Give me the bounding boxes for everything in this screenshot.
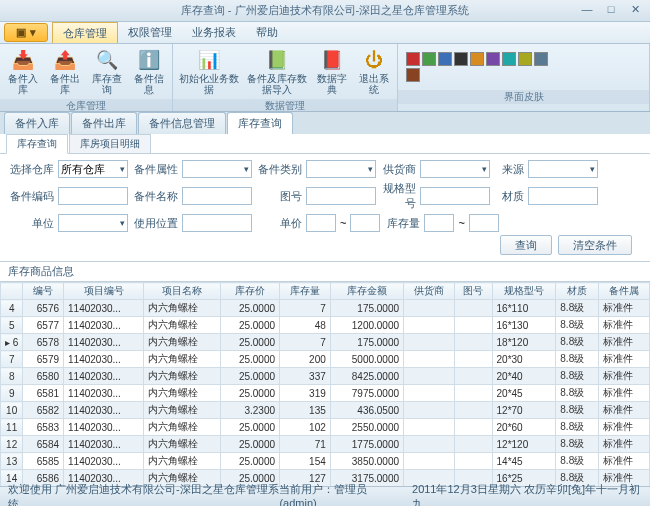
doc-tab-1[interactable]: 备件出库 (71, 112, 137, 134)
maximize-icon[interactable]: □ (600, 2, 622, 16)
col-header-8[interactable]: 图号 (454, 283, 492, 300)
input-name[interactable] (182, 187, 252, 205)
ribbon-label: 备件信息 (130, 73, 168, 95)
col-header-4[interactable]: 库存价 (221, 283, 280, 300)
select-source[interactable] (528, 160, 598, 178)
menu-0[interactable]: 仓库管理 (52, 22, 118, 43)
ribbon-icon: 📤 (53, 48, 77, 72)
menu-2[interactable]: 业务报表 (182, 22, 246, 43)
doc-tab-2[interactable]: 备件信息管理 (138, 112, 226, 134)
label-location: 使用位置 (132, 216, 178, 231)
doc-tab-0[interactable]: 备件入库 (4, 112, 70, 134)
ribbon-btn-0-2[interactable]: 🔍库存查询 (86, 46, 128, 97)
ribbon-btn-1-2[interactable]: 📕数据字典 (311, 46, 353, 97)
skin-swatch-9[interactable] (406, 68, 420, 82)
input-spec[interactable] (420, 187, 490, 205)
skin-swatch-4[interactable] (470, 52, 484, 66)
menu-3[interactable]: 帮助 (246, 22, 288, 43)
select-category[interactable] (306, 160, 376, 178)
skin-swatch-7[interactable] (518, 52, 532, 66)
select-attr[interactable] (182, 160, 252, 178)
ribbon-icon: ℹ️ (137, 48, 161, 72)
ribbon-label: 库存查询 (88, 73, 126, 95)
statusbar: 欢迎使用 广州爱启迪技术有限公司-深田之星仓库管理系统 当前用户：管理员(adm… (0, 486, 650, 506)
ribbon-btn-1-3[interactable]: ⏻退出系统 (353, 46, 395, 97)
menu-1[interactable]: 权限管理 (118, 22, 182, 43)
table-row[interactable]: 12658411402030...内六角螺栓25.0000711775.0000… (1, 436, 650, 453)
label-source: 来源 (494, 162, 524, 177)
col-header-0[interactable] (1, 283, 23, 300)
ribbon-group-1: 📊初始化业务数据📗备件及库存数据导入📕数据字典⏻退出系统数据管理 (173, 44, 398, 111)
input-price-from[interactable] (306, 214, 336, 232)
label-supplier: 供货商 (380, 162, 416, 177)
sub-tab-1[interactable]: 库房项目明细 (69, 134, 151, 153)
input-code[interactable] (58, 187, 128, 205)
ribbon-icon: ⏻ (362, 48, 386, 72)
query-button[interactable]: 查询 (500, 235, 552, 255)
app-button[interactable]: ▣ ▾ (4, 23, 48, 42)
ribbon-label: 备件及库存数据导入 (245, 73, 309, 95)
input-stock-from[interactable] (424, 214, 454, 232)
status-welcome: 欢迎使用 广州爱启迪技术有限公司-深田之星仓库管理系统 (8, 482, 279, 507)
skin-swatch-3[interactable] (454, 52, 468, 66)
doc-tab-3[interactable]: 库存查询 (227, 112, 293, 134)
ribbon-btn-1-0[interactable]: 📊初始化业务数据 (175, 46, 243, 97)
input-location[interactable] (182, 214, 252, 232)
select-supplier[interactable] (420, 160, 490, 178)
sub-tab-0[interactable]: 库存查询 (6, 134, 68, 154)
skin-swatch-1[interactable] (422, 52, 436, 66)
ribbon-label: 初始化业务数据 (177, 73, 241, 95)
skin-swatch-8[interactable] (534, 52, 548, 66)
col-header-10[interactable]: 材质 (556, 283, 599, 300)
ribbon-icon: 📥 (11, 48, 35, 72)
col-header-1[interactable]: 编号 (23, 283, 64, 300)
table-row[interactable]: 5657711402030...内六角螺栓25.0000481200.00001… (1, 317, 650, 334)
ribbon-label: 备件出库 (46, 73, 84, 95)
ribbon-btn-0-3[interactable]: ℹ️备件信息 (128, 46, 170, 97)
col-header-9[interactable]: 规格型号 (492, 283, 556, 300)
input-price-to[interactable] (350, 214, 380, 232)
ribbon-group-skin: 界面皮肤 (398, 44, 650, 111)
col-header-2[interactable]: 项目编号 (64, 283, 144, 300)
label-name: 备件名称 (132, 189, 178, 204)
ribbon-icon: 📊 (197, 48, 221, 72)
window-title: 库存查询 - 广州爱启迪技术有限公司-深田之星仓库管理系统 (181, 3, 469, 18)
ribbon-group-0: 📥备件入库📤备件出库🔍库存查询ℹ️备件信息仓库管理 (0, 44, 173, 111)
label-category: 备件类别 (256, 162, 302, 177)
table-row[interactable]: 7657911402030...内六角螺栓25.00002005000.0000… (1, 351, 650, 368)
ribbon-btn-1-1[interactable]: 📗备件及库存数据导入 (243, 46, 311, 97)
input-stock-to[interactable] (469, 214, 499, 232)
ribbon-btn-0-1[interactable]: 📤备件出库 (44, 46, 86, 97)
clear-button[interactable]: 清空条件 (558, 235, 632, 255)
table-row[interactable]: 8658011402030...内六角螺栓25.00003378425.0000… (1, 368, 650, 385)
col-header-3[interactable]: 项目名称 (144, 283, 221, 300)
table-row[interactable]: ▸ 6657811402030...内六角螺栓25.00007175.00001… (1, 334, 650, 351)
skin-swatch-2[interactable] (438, 52, 452, 66)
skin-swatch-0[interactable] (406, 52, 420, 66)
col-header-11[interactable]: 备件属 (599, 283, 650, 300)
data-grid[interactable]: 编号项目编号项目名称库存价库存量库存金额供货商图号规格型号材质备件属465761… (0, 281, 650, 486)
ribbon-caption: 数据管理 (173, 99, 397, 113)
input-material[interactable] (528, 187, 598, 205)
skin-swatch-5[interactable] (486, 52, 500, 66)
ribbon-label: 数据字典 (313, 73, 351, 95)
col-header-5[interactable]: 库存量 (280, 283, 331, 300)
select-unit[interactable] (58, 214, 128, 232)
minimize-icon[interactable]: — (576, 2, 598, 16)
col-header-6[interactable]: 库存金额 (330, 283, 403, 300)
ribbon-icon: 🔍 (95, 48, 119, 72)
table-row[interactable]: 4657611402030...内六角螺栓25.00007175.000016*… (1, 300, 650, 317)
select-warehouse[interactable]: 所有仓库 (58, 160, 128, 178)
label-drawing: 图号 (256, 189, 302, 204)
table-row[interactable]: 13658511402030...内六角螺栓25.00001543850.000… (1, 453, 650, 470)
table-row[interactable]: 10658211402030...内六角螺栓3.2300135436.05001… (1, 402, 650, 419)
skin-swatch-6[interactable] (502, 52, 516, 66)
input-drawing[interactable] (306, 187, 376, 205)
table-row[interactable]: 9658111402030...内六角螺栓25.00003197975.0000… (1, 385, 650, 402)
document-tabs: 备件入库备件出库备件信息管理库存查询 (0, 112, 650, 134)
ribbon-btn-0-0[interactable]: 📥备件入库 (2, 46, 44, 97)
col-header-7[interactable]: 供货商 (404, 283, 455, 300)
close-icon[interactable]: ✕ (624, 2, 646, 16)
table-row[interactable]: 11658311402030...内六角螺栓25.00001022550.000… (1, 419, 650, 436)
menubar: ▣ ▾ 仓库管理权限管理业务报表帮助 (0, 22, 650, 44)
